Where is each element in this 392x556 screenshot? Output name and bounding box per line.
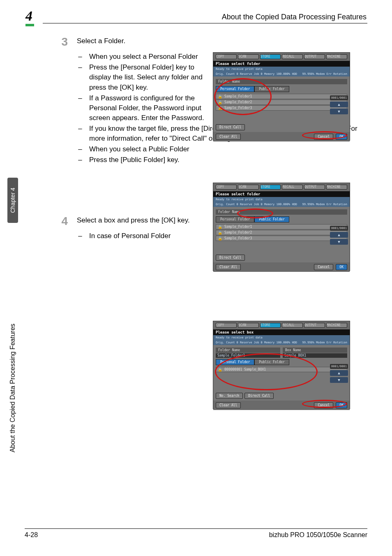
tab-store[interactable]: STORE — [260, 323, 281, 328]
list-item[interactable]: 🔒Sample_Folder3 — [216, 105, 347, 111]
tab-copy[interactable]: COPY — [216, 54, 237, 59]
bullet-text: When you select a Personal Folder — [89, 52, 212, 62]
tab-output[interactable]: OUTPUT — [304, 323, 325, 328]
tab-recall[interactable]: RECALL — [282, 54, 303, 59]
screenshot-personal-folder: COPY SCAN STORE RECALL OUTPUT MACHINE Pl… — [213, 52, 350, 141]
tab-machine[interactable]: MACHINE — [326, 323, 347, 328]
cancel-button[interactable]: Cancel — [314, 134, 333, 140]
status-bar-2: Orig. Count 0 Reserve Job 0 Memory 100.0… — [213, 72, 350, 76]
page-up-button[interactable]: ▲ — [330, 232, 348, 238]
tab-output[interactable]: OUTPUT — [304, 54, 325, 59]
tab-store[interactable]: STORE — [260, 185, 281, 190]
tab-output[interactable]: OUTPUT — [304, 185, 325, 190]
cancel-button[interactable]: Cancel — [314, 264, 333, 270]
tab-scan[interactable]: SCAN — [238, 323, 259, 328]
personal-folder-tab[interactable]: Personal Folder — [216, 359, 254, 365]
screenshot-select-box: COPY SCAN STORE RECALL OUTPUT MACHINE Pl… — [213, 321, 350, 409]
ok-button[interactable]: OK — [336, 264, 347, 270]
folder-name: Sample_Folder1 — [224, 95, 347, 98]
list-item[interactable]: 🔒Sample_Folder2 — [216, 230, 347, 235]
page-footer: 4-28 bizhub PRO 1050/1050e Scanner — [25, 528, 367, 539]
list-item[interactable]: 🔒Sample_Folder3 — [216, 236, 347, 241]
public-folder-tab[interactable]: Public Folder — [254, 216, 289, 222]
product-name: bizhub PRO 1050/1050e Scanner — [269, 531, 367, 539]
folder-name: Sample_Folder2 — [224, 100, 347, 104]
status-left: Orig. Count 0 Reserve Job 0 Memory 100.0… — [216, 72, 297, 76]
folder-type-tabs: Personal Folder Public Folder — [216, 216, 347, 222]
folder-type-tabs: Personal Folder Public Folder — [216, 86, 347, 92]
tab-copy[interactable]: COPY — [216, 323, 237, 328]
lock-icon: 🔒 — [216, 236, 224, 241]
status-right: 99.998% Modem Err Rotation — [302, 203, 347, 206]
column-label: Folder Name — [216, 209, 347, 215]
clear-all-button[interactable]: Clear All — [216, 402, 241, 408]
list-item[interactable]: 🔒Sample_Folder1 — [216, 94, 347, 99]
chapter-tab-label: Chapter 4 — [9, 188, 16, 213]
tab-machine[interactable]: MACHINE — [326, 54, 347, 59]
list-item[interactable]: 🔒Sample_Folder1 — [216, 224, 347, 229]
box-row: 000000001 Sample_BOX1 — [224, 368, 347, 371]
box-name-value: Sample_BOX1 — [283, 353, 347, 358]
mode-tabs: COPY SCAN STORE RECALL OUTPUT MACHINE — [213, 321, 350, 329]
lock-icon: 🔒 — [216, 100, 224, 104]
direct-call-button[interactable]: Direct Call — [216, 124, 245, 130]
public-folder-tab[interactable]: Public Folder — [254, 359, 289, 365]
folder-name-label: Folder Name — [216, 348, 280, 353]
step-number: 3 — [55, 36, 68, 166]
tab-recall[interactable]: RECALL — [282, 185, 303, 190]
clear-all-button[interactable]: Clear All — [216, 134, 241, 140]
bullet-text: In case of Personal Folder — [89, 231, 212, 241]
column-label: Folder Name — [216, 79, 347, 84]
dialog-footer: Clear All Cancel OK — [213, 132, 350, 141]
tab-scan[interactable]: SCAN — [238, 54, 259, 59]
folder-name: Sample_Folder1 — [224, 225, 347, 229]
tab-recall[interactable]: RECALL — [282, 323, 303, 328]
status-bar-2: Orig. Count 0 Reserve Job 0 Memory 100.0… — [213, 340, 350, 345]
page-down-button[interactable]: ▼ — [330, 377, 348, 383]
tab-copy[interactable]: COPY — [216, 185, 237, 190]
page-number: 4-28 — [25, 531, 38, 539]
page-count: 0001/0001 — [330, 364, 348, 369]
status-right: 99.998% Modem Err Rotation — [302, 341, 347, 344]
lock-icon: 🔒 — [216, 231, 224, 235]
personal-folder-tab[interactable]: Personal Folder — [216, 216, 254, 222]
public-folder-tab[interactable]: Public Folder — [254, 86, 289, 92]
clear-all-button[interactable]: Clear All — [216, 264, 241, 270]
status-bar: Ready to receive print data — [213, 335, 350, 340]
direct-call-button[interactable]: Direct Call — [244, 393, 274, 399]
tab-machine[interactable]: MACHINE — [326, 185, 347, 190]
folder-name: Sample_Folder2 — [224, 231, 347, 234]
cancel-button[interactable]: Cancel — [314, 402, 333, 408]
status-bar: Ready to receive print data — [213, 67, 350, 72]
ok-button[interactable]: OK — [336, 134, 347, 140]
mode-tabs: COPY SCAN STORE RECALL OUTPUT MACHINE — [213, 183, 350, 191]
no-search-button[interactable]: No. Search — [216, 393, 243, 399]
personal-folder-tab[interactable]: Personal Folder — [216, 86, 254, 92]
tab-store[interactable]: STORE — [260, 54, 281, 59]
direct-call-button[interactable]: Direct Call — [216, 255, 245, 261]
status-left: Orig. Count 0 Reserve Job 0 Memory 100.0… — [216, 203, 297, 206]
list-item[interactable]: 🔒Sample_Folder2 — [216, 100, 347, 105]
page-up-button[interactable]: ▲ — [330, 370, 348, 376]
box-name-label: Box Name — [283, 348, 347, 353]
page-up-button[interactable]: ▲ — [330, 102, 348, 107]
folder-type-tabs: Personal Folder Public Folder — [216, 359, 347, 365]
pager: 0001/0001 ▲ ▼ — [330, 364, 348, 383]
screenshot-public-folder: COPY SCAN STORE RECALL OUTPUT MACHINE Pl… — [213, 183, 350, 271]
lock-icon: 🔒 — [216, 368, 224, 372]
page-down-button[interactable]: ▼ — [330, 239, 348, 245]
status-right: 99.998% Modem Err Rotation — [302, 72, 347, 76]
status-left: Orig. Count 0 Reserve Job 0 Memory 100.0… — [216, 341, 297, 344]
ok-button[interactable]: OK — [336, 402, 347, 408]
list-item[interactable]: 🔒000000001 Sample_BOX1 — [216, 367, 347, 372]
folder-name-value: Sample_Folder1 — [216, 353, 280, 358]
tab-scan[interactable]: SCAN — [238, 185, 259, 190]
lock-icon: 🔒 — [216, 95, 224, 99]
folder-list: 🔒Sample_Folder1 🔒Sample_Folder2 🔒Sample_… — [216, 224, 347, 241]
folder-name: Sample_Folder3 — [224, 106, 347, 110]
bottom-buttons: No. Search Direct Call — [216, 393, 274, 399]
bullet-dash: – — [77, 93, 83, 123]
page-header-title: About the Copied Data Processing Feature… — [222, 13, 367, 21]
dialog-body: Folder Name Personal Folder Public Folde… — [213, 76, 350, 132]
page-down-button[interactable]: ▼ — [330, 109, 348, 114]
